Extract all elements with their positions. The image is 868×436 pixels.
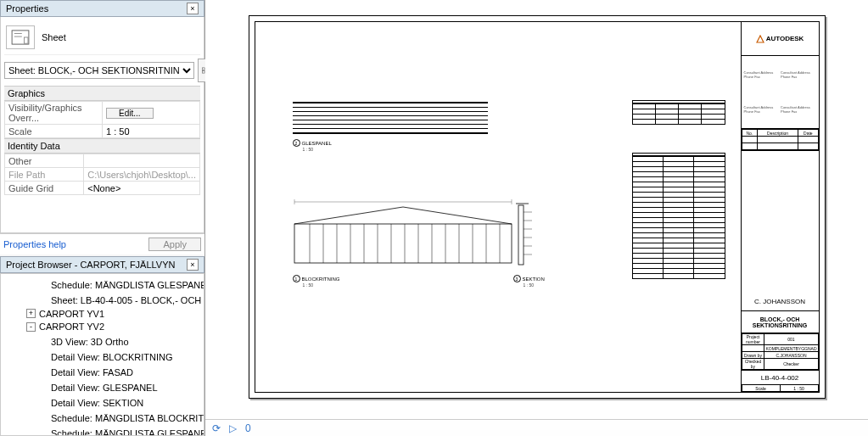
prop-row[interactable]: File Path C:\Users\chjoh\Desktop\... xyxy=(5,168,200,182)
view-glespanel[interactable]: 2GLESPANEL 1 : 50 xyxy=(293,102,488,152)
scale-icon[interactable]: ⟳ xyxy=(212,422,221,434)
sheet-title: BLOCK,- OCHSEKTIONSRITNING xyxy=(742,311,819,333)
scale-row: Scale1 : 50 xyxy=(742,384,819,392)
edit-vg-button[interactable]: Edit... xyxy=(106,108,154,119)
properties-help-link[interactable]: Properties help xyxy=(3,239,66,249)
tree-label: Detail View: GLESPANEL xyxy=(51,383,158,393)
svg-rect-6 xyxy=(203,71,204,73)
tree-label: CARPORT YV1 xyxy=(39,309,104,319)
tree-node[interactable]: Detail View: SEKTION xyxy=(13,394,204,409)
schedule-1[interactable] xyxy=(632,100,725,125)
tree-node[interactable]: +CARPORT YV1 xyxy=(13,306,204,320)
tree-label: 3D View: 3D Ortho xyxy=(51,337,129,347)
crop-icon[interactable]: ▷ xyxy=(229,422,237,434)
properties-body: Sheet Sheet: BLOCK,- OCH SEKTIONSRITNIN … xyxy=(0,17,204,233)
tree-label: Schedule: MÄNGDLISTA BLOCKRITNING xyxy=(51,413,204,423)
sheet-number: LB-40-4-002 xyxy=(742,371,819,384)
prop-row[interactable]: Guide Grid <None> xyxy=(5,182,200,195)
project-tree[interactable]: Schedule: MÄNGDLISTA GLESPANELSheet: LB-… xyxy=(0,273,204,436)
tree-node[interactable]: Detail View: FASAD xyxy=(13,363,204,378)
view-control-bar: ⟳ ▷ 0 xyxy=(205,419,868,436)
tree-label: Schedule: MÄNGDLISTA GLESPANEL xyxy=(51,428,204,436)
zoom-value[interactable]: 0 xyxy=(245,422,251,434)
autodesk-logo: AUTODESK xyxy=(742,22,819,56)
view-blockritning[interactable]: 1BLOCKRITNING 1 : 50 xyxy=(293,195,513,288)
svg-rect-1 xyxy=(25,37,29,43)
title-block: AUTODESK Consultant Address Phone FaxCon… xyxy=(741,22,819,392)
tree-label: Detail View: BLOCKRITNING xyxy=(51,352,172,362)
expand-toggle[interactable]: + xyxy=(26,309,36,318)
tree-node[interactable]: Sheet: LB-40-4-005 - BLOCK,- OCH SEKTIO xyxy=(13,291,204,306)
tree-node[interactable]: Schedule: MÄNGDLISTA GLESPANEL xyxy=(13,276,204,291)
tree-node[interactable]: Detail View: BLOCKRITNING xyxy=(13,348,204,363)
tree-node[interactable]: -CARPORT YV2 xyxy=(13,320,204,333)
svg-rect-8 xyxy=(294,224,512,263)
instance-selector[interactable]: Sheet: BLOCK,- OCH SEKTIONSRITNIN xyxy=(4,62,194,79)
tree-node[interactable]: Schedule: MÄNGDLISTA GLESPANEL xyxy=(13,424,204,436)
close-icon[interactable]: × xyxy=(187,259,199,271)
tree-node[interactable]: Detail View: GLESPANEL xyxy=(13,378,204,394)
meta-grid: Project number001 KOMPLEMENTBYGGNAD Draw… xyxy=(742,333,819,371)
drawing-canvas[interactable]: AUTODESK Consultant Address Phone FaxCon… xyxy=(205,0,868,419)
svg-rect-4 xyxy=(203,68,204,70)
group-identity[interactable]: Identity Data xyxy=(4,138,200,154)
properties-title: Properties xyxy=(6,3,48,14)
tree-label: Detail View: FASAD xyxy=(51,367,133,377)
view-sektion[interactable]: 3SEKTION 1 : 50 xyxy=(513,195,556,288)
tree-label: Detail View: SEKTION xyxy=(51,398,143,408)
expand-toggle[interactable]: - xyxy=(26,322,36,332)
owner: C. JOHANSSON xyxy=(742,293,819,311)
consultant-block: Consultant Address Phone FaxConsultant A… xyxy=(742,56,819,129)
group-graphics[interactable]: Graphics xyxy=(4,86,200,101)
sheet[interactable]: AUTODESK Consultant Address Phone FaxCon… xyxy=(249,15,826,399)
schedule-2[interactable] xyxy=(632,153,725,279)
drawing-area: 2GLESPANEL 1 : 50 xyxy=(259,25,736,388)
tree-label: Schedule: MÄNGDLISTA GLESPANEL xyxy=(51,280,204,290)
prop-row[interactable]: Other xyxy=(5,154,200,168)
properties-header: Properties × xyxy=(0,0,204,17)
close-icon[interactable]: × xyxy=(187,3,199,14)
tree-node[interactable]: Schedule: MÄNGDLISTA BLOCKRITNING xyxy=(13,409,204,424)
sheet-icon xyxy=(6,25,35,49)
browser-title: Project Browser - CARPORT, FJÄLLVYN xyxy=(6,260,175,270)
svg-rect-27 xyxy=(518,205,524,265)
prop-row[interactable]: Scale 1 : 50 xyxy=(5,125,200,138)
browser-header: Project Browser - CARPORT, FJÄLLVYN × xyxy=(0,256,204,273)
tree-label: Sheet: LB-40-4-005 - BLOCK,- OCH SEKTIO xyxy=(51,295,204,305)
tree-label: CARPORT YV2 xyxy=(39,321,104,332)
tree-node[interactable]: 3D View: 3D Ortho xyxy=(13,333,204,348)
type-label: Sheet xyxy=(42,32,66,42)
revision-grid: No.DescriptionDate xyxy=(742,129,819,151)
apply-button[interactable]: Apply xyxy=(148,238,201,251)
prop-row[interactable]: Visibility/Graphics Overr... Edit... xyxy=(5,102,200,125)
